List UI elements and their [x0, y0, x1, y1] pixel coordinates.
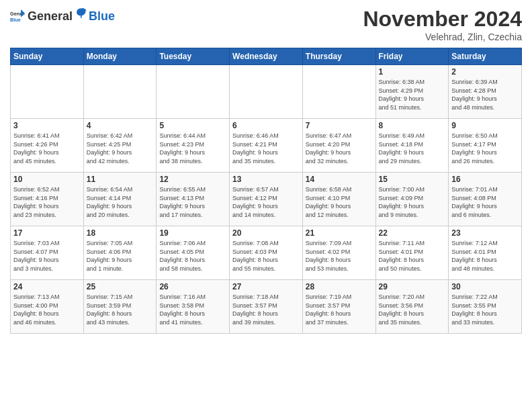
- calendar-cell: 8Sunrise: 6:49 AM Sunset: 4:18 PM Daylig…: [375, 119, 449, 173]
- calendar-cell: 29Sunrise: 7:20 AM Sunset: 3:56 PM Dayli…: [375, 280, 449, 334]
- title-block: November 2024 Velehrad, Zlin, Czechia: [363, 7, 522, 42]
- calendar-week-row: 24Sunrise: 7:13 AM Sunset: 4:00 PM Dayli…: [11, 280, 522, 334]
- day-info: Sunrise: 6:52 AM Sunset: 4:16 PM Dayligh…: [13, 185, 81, 219]
- day-number: 20: [232, 228, 300, 238]
- logo-general-text: General: [28, 10, 73, 22]
- day-number: 27: [232, 282, 300, 291]
- location: Velehrad, Zlin, Czechia: [363, 32, 522, 42]
- calendar-cell: 21Sunrise: 7:09 AM Sunset: 4:02 PM Dayli…: [302, 226, 375, 280]
- calendar-table: SundayMondayTuesdayWednesdayThursdayFrid…: [10, 48, 522, 334]
- day-info: Sunrise: 7:00 AM Sunset: 4:09 PM Dayligh…: [379, 185, 446, 219]
- logo: General Blue General Blue: [10, 7, 115, 22]
- day-info: Sunrise: 6:44 AM Sunset: 4:23 PM Dayligh…: [159, 132, 226, 165]
- day-of-week-header: Friday: [375, 48, 449, 65]
- day-number: 6: [232, 121, 300, 130]
- header: General Blue General Blue November 2024 …: [10, 7, 522, 42]
- day-number: 4: [87, 121, 154, 130]
- calendar-cell: [157, 65, 230, 119]
- day-info: Sunrise: 7:18 AM Sunset: 3:57 PM Dayligh…: [232, 293, 300, 326]
- calendar-cell: 2Sunrise: 6:39 AM Sunset: 4:28 PM Daylig…: [449, 65, 522, 119]
- calendar-cell: 17Sunrise: 7:03 AM Sunset: 4:07 PM Dayli…: [11, 226, 84, 280]
- page-container: General Blue General Blue November 2024 …: [0, 0, 532, 340]
- calendar-cell: 24Sunrise: 7:13 AM Sunset: 4:00 PM Dayli…: [11, 280, 84, 334]
- day-number: 11: [87, 175, 154, 184]
- calendar-cell: 14Sunrise: 6:58 AM Sunset: 4:10 PM Dayli…: [302, 173, 375, 226]
- logo-bird-icon: [74, 7, 87, 20]
- calendar-cell: 5Sunrise: 6:44 AM Sunset: 4:23 PM Daylig…: [157, 119, 230, 173]
- day-number: 7: [306, 121, 373, 130]
- calendar-cell: 10Sunrise: 6:52 AM Sunset: 4:16 PM Dayli…: [11, 173, 84, 226]
- day-number: 29: [379, 282, 446, 291]
- day-number: 30: [451, 282, 519, 291]
- day-number: 16: [451, 175, 519, 184]
- day-number: 22: [379, 228, 446, 238]
- day-info: Sunrise: 6:58 AM Sunset: 4:10 PM Dayligh…: [306, 185, 373, 219]
- day-info: Sunrise: 6:38 AM Sunset: 4:29 PM Dayligh…: [379, 78, 446, 111]
- day-number: 3: [13, 121, 81, 130]
- calendar-cell: 11Sunrise: 6:54 AM Sunset: 4:14 PM Dayli…: [83, 173, 157, 226]
- day-number: 21: [306, 228, 373, 238]
- calendar-cell: 27Sunrise: 7:18 AM Sunset: 3:57 PM Dayli…: [230, 280, 303, 334]
- calendar-cell: 30Sunrise: 7:22 AM Sunset: 3:55 PM Dayli…: [449, 280, 522, 334]
- calendar-cell: 16Sunrise: 7:01 AM Sunset: 4:08 PM Dayli…: [449, 173, 522, 226]
- day-info: Sunrise: 7:15 AM Sunset: 3:59 PM Dayligh…: [87, 293, 154, 326]
- day-info: Sunrise: 6:57 AM Sunset: 4:12 PM Dayligh…: [232, 185, 300, 219]
- day-info: Sunrise: 7:11 AM Sunset: 4:01 PM Dayligh…: [379, 239, 446, 273]
- logo-blue-text: Blue: [89, 10, 115, 22]
- calendar-week-row: 3Sunrise: 6:41 AM Sunset: 4:26 PM Daylig…: [11, 119, 522, 173]
- day-number: 5: [159, 121, 226, 130]
- calendar-cell: 6Sunrise: 6:46 AM Sunset: 4:21 PM Daylig…: [230, 119, 303, 173]
- day-number: 9: [451, 121, 519, 130]
- calendar-cell: 22Sunrise: 7:11 AM Sunset: 4:01 PM Dayli…: [375, 226, 449, 280]
- day-info: Sunrise: 6:49 AM Sunset: 4:18 PM Dayligh…: [379, 132, 446, 165]
- header-row: SundayMondayTuesdayWednesdayThursdayFrid…: [11, 48, 522, 65]
- calendar-cell: [230, 65, 303, 119]
- calendar-cell: 18Sunrise: 7:05 AM Sunset: 4:06 PM Dayli…: [83, 226, 157, 280]
- day-info: Sunrise: 7:20 AM Sunset: 3:56 PM Dayligh…: [379, 293, 446, 326]
- day-info: Sunrise: 6:50 AM Sunset: 4:17 PM Dayligh…: [451, 132, 519, 165]
- calendar-cell: 12Sunrise: 6:55 AM Sunset: 4:13 PM Dayli…: [157, 173, 230, 226]
- day-info: Sunrise: 6:47 AM Sunset: 4:20 PM Dayligh…: [306, 132, 373, 165]
- day-number: 2: [451, 67, 519, 77]
- calendar-week-row: 10Sunrise: 6:52 AM Sunset: 4:16 PM Dayli…: [11, 173, 522, 226]
- calendar-cell: 15Sunrise: 7:00 AM Sunset: 4:09 PM Dayli…: [375, 173, 449, 226]
- day-number: 17: [13, 228, 81, 238]
- day-number: 28: [306, 282, 373, 291]
- day-number: 8: [379, 121, 446, 130]
- day-info: Sunrise: 6:41 AM Sunset: 4:26 PM Dayligh…: [13, 132, 81, 165]
- calendar-cell: 4Sunrise: 6:42 AM Sunset: 4:25 PM Daylig…: [83, 119, 157, 173]
- day-info: Sunrise: 6:46 AM Sunset: 4:21 PM Dayligh…: [232, 132, 300, 165]
- day-number: 15: [379, 175, 446, 184]
- day-number: 12: [159, 175, 226, 184]
- calendar-cell: 19Sunrise: 7:06 AM Sunset: 4:05 PM Dayli…: [157, 226, 230, 280]
- day-number: 18: [87, 228, 154, 238]
- day-info: Sunrise: 7:08 AM Sunset: 4:03 PM Dayligh…: [232, 239, 300, 273]
- day-number: 13: [232, 175, 300, 184]
- calendar-cell: 9Sunrise: 6:50 AM Sunset: 4:17 PM Daylig…: [449, 119, 522, 173]
- calendar-cell: [83, 65, 157, 119]
- day-info: Sunrise: 7:01 AM Sunset: 4:08 PM Dayligh…: [451, 185, 519, 219]
- day-number: 25: [87, 282, 154, 291]
- day-info: Sunrise: 7:05 AM Sunset: 4:06 PM Dayligh…: [87, 239, 154, 273]
- calendar-cell: 26Sunrise: 7:16 AM Sunset: 3:58 PM Dayli…: [157, 280, 230, 334]
- day-of-week-header: Monday: [83, 48, 157, 65]
- day-info: Sunrise: 6:55 AM Sunset: 4:13 PM Dayligh…: [159, 185, 226, 219]
- day-of-week-header: Sunday: [11, 48, 84, 65]
- day-number: 23: [451, 228, 519, 238]
- calendar-cell: 3Sunrise: 6:41 AM Sunset: 4:26 PM Daylig…: [11, 119, 84, 173]
- day-info: Sunrise: 7:16 AM Sunset: 3:58 PM Dayligh…: [159, 293, 226, 326]
- calendar-cell: 13Sunrise: 6:57 AM Sunset: 4:12 PM Dayli…: [230, 173, 303, 226]
- calendar-cell: 28Sunrise: 7:19 AM Sunset: 3:57 PM Dayli…: [302, 280, 375, 334]
- day-number: 24: [13, 282, 81, 291]
- calendar-cell: 25Sunrise: 7:15 AM Sunset: 3:59 PM Dayli…: [83, 280, 157, 334]
- svg-text:Blue: Blue: [10, 16, 21, 21]
- calendar-week-row: 17Sunrise: 7:03 AM Sunset: 4:07 PM Dayli…: [11, 226, 522, 280]
- day-info: Sunrise: 7:12 AM Sunset: 4:01 PM Dayligh…: [451, 239, 519, 273]
- day-number: 19: [159, 228, 226, 238]
- day-info: Sunrise: 6:42 AM Sunset: 4:25 PM Dayligh…: [87, 132, 154, 165]
- day-info: Sunrise: 7:13 AM Sunset: 4:00 PM Dayligh…: [13, 293, 81, 326]
- day-of-week-header: Thursday: [302, 48, 375, 65]
- calendar-cell: 20Sunrise: 7:08 AM Sunset: 4:03 PM Dayli…: [230, 226, 303, 280]
- day-info: Sunrise: 7:19 AM Sunset: 3:57 PM Dayligh…: [306, 293, 373, 326]
- day-of-week-header: Saturday: [449, 48, 522, 65]
